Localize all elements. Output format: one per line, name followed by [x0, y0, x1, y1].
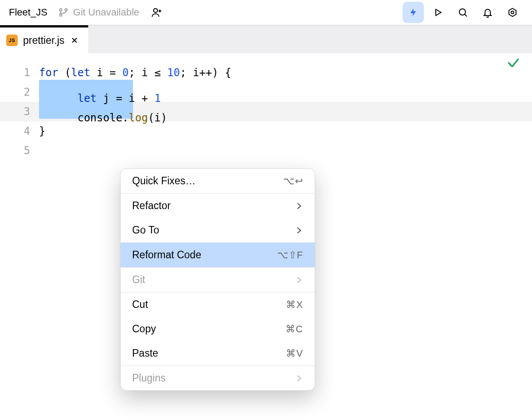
gutter-line-number: 1: [0, 66, 39, 79]
code-line[interactable]: 4 }: [0, 121, 532, 141]
submenu-indicator: [295, 202, 303, 210]
code-line[interactable]: 3 console.log(i): [0, 102, 532, 121]
code-content[interactable]: console.log(i): [39, 99, 167, 124]
chevron-right-icon: [295, 202, 303, 210]
git-status[interactable]: Git Unavailable: [58, 7, 139, 18]
chevron-right-icon: [295, 276, 303, 284]
search-icon: [458, 7, 468, 18]
chevron-right-icon: [295, 374, 303, 382]
svg-point-1: [59, 14, 62, 16]
ai-button[interactable]: [403, 2, 424, 23]
code-content[interactable]: }: [39, 125, 45, 137]
settings-hex-icon: [507, 7, 518, 18]
search-button[interactable]: [452, 2, 473, 23]
gutter-line-number: 3: [0, 105, 39, 118]
submenu-indicator: [295, 226, 303, 234]
menu-reformat-code[interactable]: Reformat Code ⌥⇧F: [121, 243, 315, 267]
svg-point-2: [65, 9, 67, 11]
bell-icon: [482, 7, 493, 18]
svg-point-5: [459, 9, 466, 15]
gutter-line-number: 2: [0, 86, 39, 98]
menu-cut[interactable]: Cut ⌘X: [121, 292, 315, 317]
menu-git: Git: [121, 268, 315, 292]
menu-plugins: Plugins: [121, 366, 315, 390]
submenu-indicator: [295, 276, 303, 284]
context-menu: Quick Fixes… ⌥↩ Refactor Go To Reformat …: [120, 168, 315, 391]
code-content[interactable]: for (let i = 0; i ≤ 10; i++) {: [39, 66, 231, 79]
tab-bar: JS prettier.js: [0, 25, 532, 53]
menu-paste[interactable]: Paste ⌘V: [121, 341, 315, 366]
tab-filename: prettier.js: [23, 35, 64, 47]
lightning-icon: [408, 6, 418, 19]
git-status-label: Git Unavailable: [73, 7, 139, 18]
menu-quick-fixes[interactable]: Quick Fixes… ⌥↩: [121, 169, 315, 193]
code-editor[interactable]: 1 for (let i = 0; i ≤ 10; i++) { 2 let j…: [0, 53, 532, 169]
shortcut: ⌘X: [286, 299, 303, 311]
gutter-line-number: 5: [0, 144, 39, 157]
top-actions: [403, 2, 523, 23]
svg-marker-6: [509, 8, 516, 16]
tab-prettier-js[interactable]: JS prettier.js: [0, 25, 88, 53]
top-bar: Fleet_JS Git Unavailable: [0, 0, 532, 25]
submenu-indicator: [295, 374, 303, 382]
svg-marker-4: [436, 9, 441, 16]
invite-button[interactable]: [151, 7, 162, 18]
shortcut: ⌥↩: [283, 175, 303, 187]
menu-goto[interactable]: Go To: [121, 218, 315, 242]
settings-button[interactable]: [502, 2, 523, 23]
tab-close-button[interactable]: [70, 35, 79, 45]
code-line[interactable]: 5: [0, 141, 532, 160]
add-user-icon: [151, 7, 162, 18]
chevron-right-icon: [295, 226, 303, 234]
svg-point-7: [511, 11, 514, 14]
menu-refactor[interactable]: Refactor: [121, 194, 315, 218]
project-name[interactable]: Fleet_JS: [9, 7, 47, 18]
gutter-line-number: 4: [0, 125, 39, 137]
run-button[interactable]: [427, 2, 449, 23]
menu-copy[interactable]: Copy ⌘C: [121, 317, 315, 341]
shortcut: ⌘C: [286, 323, 303, 335]
shortcut: ⌥⇧F: [277, 249, 303, 261]
close-icon: [71, 37, 78, 44]
git-branch-icon: [58, 7, 69, 18]
svg-point-0: [59, 9, 62, 11]
svg-point-3: [154, 8, 158, 12]
notifications-button[interactable]: [477, 2, 498, 23]
shortcut: ⌘V: [286, 348, 303, 359]
play-icon: [433, 7, 443, 18]
js-file-icon: JS: [6, 35, 18, 46]
